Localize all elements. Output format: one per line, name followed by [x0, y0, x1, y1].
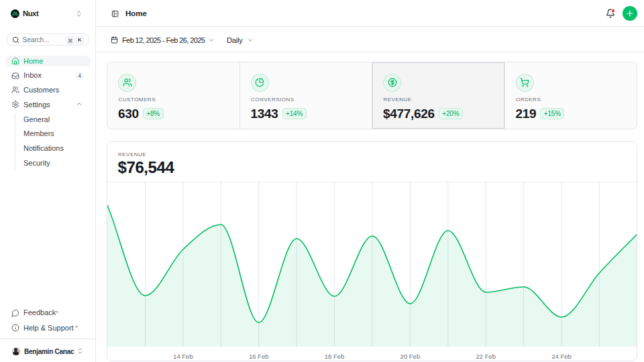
svg-text:14 Feb: 14 Feb — [173, 353, 193, 360]
svg-text:18 Feb: 18 Feb — [325, 353, 345, 360]
svg-text:20 Feb: 20 Feb — [400, 353, 421, 360]
svg-text:24 Feb: 24 Feb — [551, 353, 572, 360]
svg-text:22 Feb: 22 Feb — [476, 353, 496, 360]
svg-text:16 Feb: 16 Feb — [249, 353, 269, 360]
